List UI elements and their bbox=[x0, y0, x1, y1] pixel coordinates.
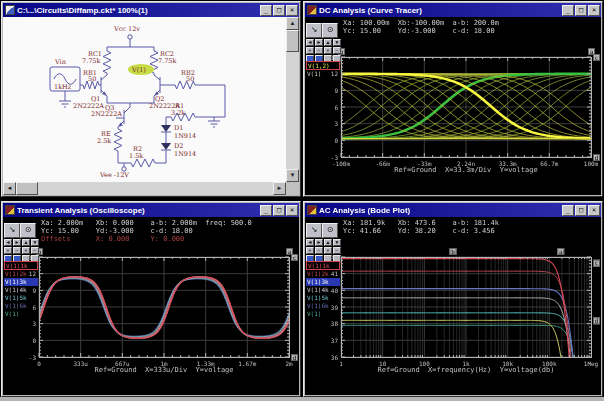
cursor-readout: Xa: 181.9k Xb: 473.6 a-b: 181.4kYc: 41.6… bbox=[343, 219, 499, 235]
cursor-readout: Xa: 100.00m Xb:-100.00m a-b: 200.0mYc: 1… bbox=[343, 19, 499, 35]
readout-line: Xa: 181.9k Xb: 473.6 a-b: 181.4k bbox=[343, 219, 499, 227]
trace-label[interactable]: V(1)1k bbox=[4, 261, 38, 270]
trace-label[interactable]: V(1)1k bbox=[306, 261, 340, 270]
pan-right-button[interactable]: ► bbox=[315, 239, 323, 246]
minimize-button[interactable]: _ bbox=[562, 5, 574, 16]
restore-button[interactable]: □ bbox=[575, 205, 587, 216]
pan-up-button[interactable]: ▲ bbox=[324, 239, 332, 246]
pan-right-button[interactable]: ► bbox=[315, 39, 323, 46]
scrollbar-corner bbox=[286, 182, 299, 195]
zoom-out-x-button[interactable]: − bbox=[13, 247, 21, 254]
trace-label[interactable]: V(1) bbox=[4, 310, 38, 318]
zoom-in-y-button[interactable]: + bbox=[22, 247, 30, 254]
close-button[interactable]: × bbox=[588, 5, 600, 16]
diode-d1[interactable] bbox=[161, 125, 171, 132]
probe-button[interactable]: ⊙ bbox=[20, 223, 36, 238]
minimize-button[interactable]: _ bbox=[260, 5, 272, 16]
trace-list: V(1)1kV(1)2kV(1)3kV(1)4kV(1)5kV(1)6kV(1) bbox=[306, 261, 340, 318]
resistor-r2[interactable] bbox=[131, 159, 155, 167]
axis-footer: Ref=Ground X=333u/Div Y=voltage bbox=[39, 366, 289, 374]
zoom-in-y-button[interactable]: + bbox=[324, 47, 332, 54]
zoom-out-x-button[interactable]: − bbox=[315, 47, 323, 54]
plot-control-grid: ◄►▲▼+−+− bbox=[306, 39, 341, 62]
trace-label[interactable]: V(1) bbox=[306, 70, 340, 78]
trace-label[interactable]: V(1)4k bbox=[4, 286, 38, 294]
trace-label[interactable]: V(1)4k bbox=[306, 286, 340, 294]
readout-line: Xa: 100.00m Xb:-100.00m a-b: 200.0m bbox=[343, 19, 499, 27]
zoom-in-x-button[interactable]: + bbox=[306, 247, 314, 254]
pan-left-button[interactable]: ◄ bbox=[306, 239, 314, 246]
scrollbar-thumb[interactable] bbox=[286, 30, 299, 52]
zoom-in-x-button[interactable]: + bbox=[4, 247, 12, 254]
select-region-button[interactable]: ↘ bbox=[306, 223, 322, 238]
titlebar[interactable]: Transient Analysis (Oscilloscope) _ □ × bbox=[3, 203, 299, 217]
zoom-out-y-button[interactable]: − bbox=[31, 247, 39, 254]
component-label: Vcc 12v bbox=[113, 25, 140, 33]
pan-up-button[interactable]: ▲ bbox=[22, 239, 30, 246]
pan-down-button[interactable]: ▼ bbox=[31, 239, 39, 246]
scroll-up-button[interactable]: ▲ bbox=[286, 17, 299, 30]
readout-line: Offsets X: 0.000 Y: 0.000 bbox=[41, 235, 252, 243]
trace-label[interactable]: V(1)3k bbox=[4, 278, 38, 286]
horizontal-scrollbar[interactable]: ◄ ► bbox=[3, 182, 286, 195]
zoom-out-x-button[interactable]: − bbox=[315, 247, 323, 254]
component-label: Vee -12V bbox=[99, 171, 129, 179]
scrollbar-thumb[interactable] bbox=[16, 182, 38, 195]
minimize-button[interactable]: _ bbox=[260, 205, 272, 216]
trace-label[interactable]: V(1,2) bbox=[306, 61, 340, 70]
pan-down-button[interactable]: ▼ bbox=[333, 239, 341, 246]
zoom-out-y-button[interactable]: − bbox=[333, 47, 341, 54]
trace-label[interactable]: V(1)5k bbox=[4, 294, 38, 302]
component-label: 2N2222A bbox=[73, 102, 104, 110]
scroll-right-button[interactable]: ► bbox=[273, 182, 286, 195]
probe-button[interactable]: ⊙ bbox=[322, 223, 338, 238]
probe-button[interactable]: ⊙ bbox=[322, 23, 338, 38]
window-title: Transient Analysis (Oscilloscope) bbox=[17, 206, 260, 215]
resistor-rc1[interactable] bbox=[103, 51, 111, 73]
pan-left-button[interactable]: ◄ bbox=[4, 239, 12, 246]
vcc-node[interactable] bbox=[128, 35, 132, 39]
titlebar[interactable]: DC Analysis (Curve Tracer) _ □ × bbox=[305, 3, 601, 17]
pan-right-button[interactable]: ► bbox=[13, 239, 21, 246]
titlebar[interactable]: AC Analysis (Bode Plot) _ □ × bbox=[305, 203, 601, 217]
scroll-left-button[interactable]: ◄ bbox=[3, 182, 16, 195]
trace-label[interactable]: V(1)3k bbox=[306, 278, 340, 286]
desktop: C:\...\Circuits\Diffamp.ckt* 100%(1) _ □… bbox=[0, 0, 604, 401]
pan-left-button[interactable]: ◄ bbox=[306, 39, 314, 46]
restore-button[interactable]: □ bbox=[273, 205, 285, 216]
trace-label[interactable]: V(1)6k bbox=[4, 302, 38, 310]
bode-content: ↘⊙◄►▲▼+−+− Xa: 181.9k Xb: 473.6 a-b: 181… bbox=[305, 217, 601, 395]
trace-label[interactable]: V(1)5k bbox=[306, 294, 340, 302]
restore-button[interactable]: □ bbox=[575, 5, 587, 16]
component-label: 3.2k bbox=[171, 109, 185, 117]
trace-label[interactable]: V(1) bbox=[306, 310, 340, 318]
schematic-canvas[interactable]: Vcc 12vRC17.75kRC27.75kV(1)Vin1kHzRB150R… bbox=[3, 17, 286, 182]
zoom-in-y-button[interactable]: + bbox=[324, 247, 332, 254]
select-region-button[interactable]: ↘ bbox=[306, 23, 322, 38]
window-title: DC Analysis (Curve Tracer) bbox=[319, 6, 562, 15]
close-button[interactable]: × bbox=[588, 205, 600, 216]
scroll-down-button[interactable]: ▼ bbox=[286, 169, 299, 182]
zoom-in-x-button[interactable]: + bbox=[306, 47, 314, 54]
close-button[interactable]: × bbox=[286, 5, 298, 16]
select-region-button[interactable]: ↘ bbox=[4, 223, 20, 238]
component-label: 7.75k bbox=[82, 57, 100, 65]
pan-up-button[interactable]: ▲ bbox=[324, 39, 332, 46]
component-label: 2.5k bbox=[97, 137, 111, 145]
minimize-button[interactable]: _ bbox=[562, 205, 574, 216]
zoom-out-y-button[interactable]: − bbox=[333, 247, 341, 254]
trace-label[interactable]: V(1)6k bbox=[306, 302, 340, 310]
plot-control-grid: ◄►▲▼+−+− bbox=[306, 239, 341, 262]
vertical-scrollbar[interactable]: ▲ ▼ bbox=[286, 17, 299, 182]
resistor-re[interactable] bbox=[114, 129, 122, 151]
component-label: V(1) bbox=[131, 66, 146, 74]
diode-d2[interactable] bbox=[161, 143, 171, 150]
pan-down-button[interactable]: ▼ bbox=[333, 39, 341, 46]
component-label: 7.75k bbox=[158, 57, 176, 65]
close-button[interactable]: × bbox=[286, 205, 298, 216]
titlebar[interactable]: C:\...\Circuits\Diffamp.ckt* 100%(1) _ □… bbox=[3, 3, 299, 17]
curve-tracer-window: DC Analysis (Curve Tracer) _ □ × ↘⊙◄►▲▼+… bbox=[303, 1, 603, 197]
restore-button[interactable]: □ bbox=[273, 5, 285, 16]
trace-label[interactable]: V(1)2k bbox=[306, 270, 340, 278]
trace-label[interactable]: V(1)2k bbox=[4, 270, 38, 278]
